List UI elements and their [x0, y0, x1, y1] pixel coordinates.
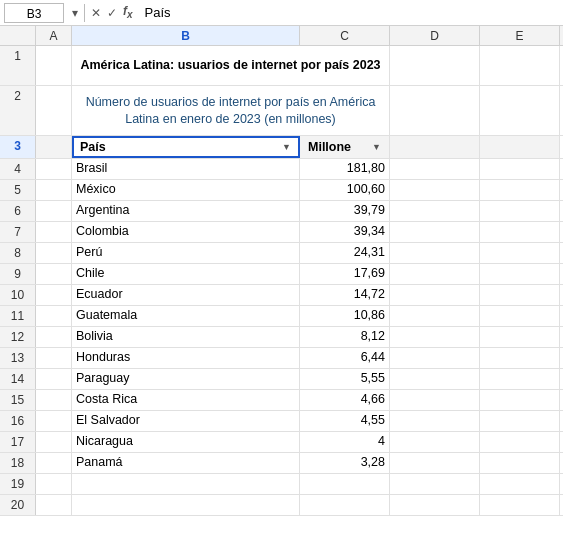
cell-c11[interactable]: 10,86 [300, 306, 390, 326]
cell-b19[interactable] [72, 474, 300, 494]
cell-a7[interactable] [36, 222, 72, 242]
cell-reference-box[interactable]: B3 [4, 3, 64, 23]
row-header-10[interactable]: 10 [0, 285, 36, 305]
col-header-e[interactable]: E [480, 26, 560, 45]
cell-a14[interactable] [36, 369, 72, 389]
cell-c8[interactable]: 24,31 [300, 243, 390, 263]
row-header-1[interactable]: 1 [0, 46, 36, 85]
cell-d6[interactable] [390, 201, 480, 221]
row-header-9[interactable]: 9 [0, 264, 36, 284]
cell-e12[interactable] [480, 327, 560, 347]
cell-c3[interactable]: Millone ▼ [300, 136, 390, 158]
cell-a2[interactable] [36, 86, 72, 135]
filter-arrow-millones[interactable]: ▼ [372, 142, 381, 152]
cell-c13[interactable]: 6,44 [300, 348, 390, 368]
cell-c15[interactable]: 4,66 [300, 390, 390, 410]
cell-e7[interactable] [480, 222, 560, 242]
cell-d9[interactable] [390, 264, 480, 284]
cell-a5[interactable] [36, 180, 72, 200]
cell-c20[interactable] [300, 495, 390, 515]
row-header-12[interactable]: 12 [0, 327, 36, 347]
col-header-b[interactable]: B [72, 26, 300, 45]
cell-d1[interactable] [390, 46, 480, 85]
cell-b16[interactable]: El Salvador [72, 411, 300, 431]
cell-d19[interactable] [390, 474, 480, 494]
cell-a4[interactable] [36, 159, 72, 179]
cell-c5[interactable]: 100,60 [300, 180, 390, 200]
cell-e17[interactable] [480, 432, 560, 452]
row-header-3[interactable]: 3 [0, 136, 36, 158]
row-header-16[interactable]: 16 [0, 411, 36, 431]
cell-b9[interactable]: Chile [72, 264, 300, 284]
cell-d14[interactable] [390, 369, 480, 389]
row-header-7[interactable]: 7 [0, 222, 36, 242]
cell-d8[interactable] [390, 243, 480, 263]
cell-a11[interactable] [36, 306, 72, 326]
formula-input[interactable] [141, 5, 559, 20]
cell-d3[interactable] [390, 136, 480, 158]
cell-d5[interactable] [390, 180, 480, 200]
cell-c7[interactable]: 39,34 [300, 222, 390, 242]
cell-e2[interactable] [480, 86, 560, 135]
cell-b5[interactable]: México [72, 180, 300, 200]
cell-b8[interactable]: Perú [72, 243, 300, 263]
cell-c12[interactable]: 8,12 [300, 327, 390, 347]
cell-b12[interactable]: Bolivia [72, 327, 300, 347]
function-icon[interactable]: fx [121, 4, 135, 20]
cell-c10[interactable]: 14,72 [300, 285, 390, 305]
cell-e10[interactable] [480, 285, 560, 305]
cell-d16[interactable] [390, 411, 480, 431]
cell-e16[interactable] [480, 411, 560, 431]
cell-b6[interactable]: Argentina [72, 201, 300, 221]
cell-a3[interactable] [36, 136, 72, 158]
cell-d18[interactable] [390, 453, 480, 473]
cell-e20[interactable] [480, 495, 560, 515]
cell-b3[interactable]: País ▼ [72, 136, 300, 158]
row-header-2[interactable]: 2 [0, 86, 36, 135]
cell-a8[interactable] [36, 243, 72, 263]
row-header-11[interactable]: 11 [0, 306, 36, 326]
cell-c17[interactable]: 4 [300, 432, 390, 452]
cell-a17[interactable] [36, 432, 72, 452]
row-header-14[interactable]: 14 [0, 369, 36, 389]
cell-e5[interactable] [480, 180, 560, 200]
row-header-4[interactable]: 4 [0, 159, 36, 179]
cell-a1[interactable] [36, 46, 72, 85]
col-header-a[interactable]: A [36, 26, 72, 45]
cell-a13[interactable] [36, 348, 72, 368]
cell-b18[interactable]: Panamá [72, 453, 300, 473]
cell-a15[interactable] [36, 390, 72, 410]
cell-c14[interactable]: 5,55 [300, 369, 390, 389]
cell-a18[interactable] [36, 453, 72, 473]
cell-d7[interactable] [390, 222, 480, 242]
cell-c16[interactable]: 4,55 [300, 411, 390, 431]
cell-e3[interactable] [480, 136, 560, 158]
cell-d17[interactable] [390, 432, 480, 452]
row-header-5[interactable]: 5 [0, 180, 36, 200]
expand-icon[interactable]: ▾ [70, 6, 80, 20]
cell-b10[interactable]: Ecuador [72, 285, 300, 305]
cancel-icon[interactable]: ✕ [89, 6, 103, 20]
cell-b13[interactable]: Honduras [72, 348, 300, 368]
cell-e6[interactable] [480, 201, 560, 221]
row-header-19[interactable]: 19 [0, 474, 36, 494]
cell-d4[interactable] [390, 159, 480, 179]
cell-e1[interactable] [480, 46, 560, 85]
cell-e11[interactable] [480, 306, 560, 326]
col-header-d[interactable]: D [390, 26, 480, 45]
cell-c9[interactable]: 17,69 [300, 264, 390, 284]
cell-c4[interactable]: 181,80 [300, 159, 390, 179]
cell-e9[interactable] [480, 264, 560, 284]
cell-e14[interactable] [480, 369, 560, 389]
cell-d10[interactable] [390, 285, 480, 305]
cell-d13[interactable] [390, 348, 480, 368]
cell-b7[interactable]: Colombia [72, 222, 300, 242]
cell-a20[interactable] [36, 495, 72, 515]
filter-arrow-pais[interactable]: ▼ [282, 142, 291, 152]
cell-c6[interactable]: 39,79 [300, 201, 390, 221]
cell-e18[interactable] [480, 453, 560, 473]
cell-e8[interactable] [480, 243, 560, 263]
cell-a6[interactable] [36, 201, 72, 221]
col-header-c[interactable]: C [300, 26, 390, 45]
row-header-8[interactable]: 8 [0, 243, 36, 263]
